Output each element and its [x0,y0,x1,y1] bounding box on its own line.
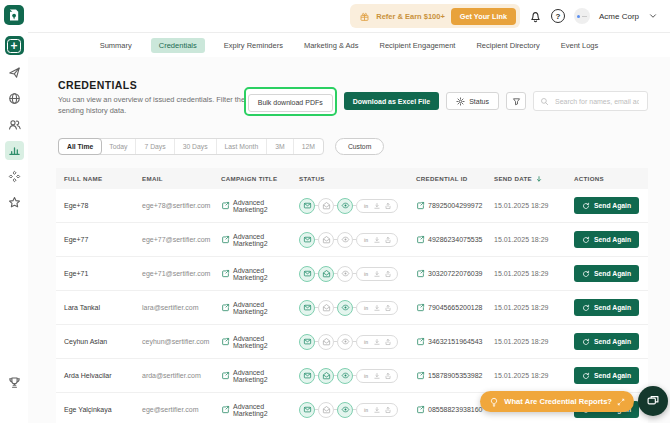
download-icon[interactable] [373,202,381,210]
time-filter-all-time[interactable]: All Time [58,138,102,155]
status-sent-icon[interactable] [299,300,315,316]
send-icon[interactable] [5,63,24,82]
credential-id-text[interactable]: 08558823938160 [428,406,483,413]
col-send-date[interactable]: SEND DATE [494,175,574,183]
share-icon[interactable] [384,270,392,278]
linkedin-icon[interactable] [362,372,370,380]
external-link-icon[interactable] [221,201,230,210]
status-sent-icon[interactable] [299,266,315,282]
external-link-icon[interactable] [221,405,230,414]
status-opened-icon[interactable] [318,232,334,248]
status-opened-icon[interactable] [318,402,334,418]
external-link-icon[interactable] [416,235,425,244]
status-sent-icon[interactable] [299,198,315,214]
download-icon[interactable] [373,338,381,346]
download-icon[interactable] [373,236,381,244]
status-viewed-icon[interactable] [337,266,353,282]
status-sent-icon[interactable] [299,402,315,418]
share-icon[interactable] [384,372,392,380]
status-viewed-icon[interactable] [337,300,353,316]
external-link-icon[interactable] [221,337,230,346]
linkedin-icon[interactable] [362,270,370,278]
download-icon[interactable] [373,270,381,278]
time-filter-7-days[interactable]: 7 Days [136,139,174,154]
assistant-prompt-pill[interactable]: What Are Credential Reports? [480,391,634,412]
status-opened-icon[interactable] [318,300,334,316]
campaign-title-text[interactable]: Advanced Marketing2 [233,233,299,247]
time-filter-12m[interactable]: 12M [294,139,323,154]
custom-range-button[interactable]: Custom [335,138,384,155]
col-credential-id[interactable]: CREDENTIAL ID [416,175,494,182]
sertifier-logo-icon[interactable] [4,5,24,25]
external-link-icon[interactable] [416,303,425,312]
download-excel-button[interactable]: Download as Excel File [344,92,439,110]
linkedin-icon[interactable] [362,202,370,210]
filter-funnel-button[interactable] [506,92,526,110]
status-opened-icon[interactable] [318,368,334,384]
external-link-icon[interactable] [416,371,425,380]
analytics-icon[interactable] [5,141,24,160]
time-filter-30-days[interactable]: 30 Days [175,139,217,154]
share-icon[interactable] [384,338,392,346]
external-link-icon[interactable] [416,405,425,414]
tab-expiry-reminders[interactable]: Expiry Reminders [222,38,285,53]
external-link-icon[interactable] [221,303,230,312]
campaign-title-text[interactable]: Advanced Marketing2 [233,335,299,349]
credential-id-text[interactable]: 34632151964543 [428,338,483,345]
search-input[interactable] [553,97,641,106]
send-again-button[interactable]: Send Again [574,299,639,316]
external-link-icon[interactable] [221,371,230,380]
send-again-button[interactable]: Send Again [574,333,639,350]
sort-desc-icon[interactable] [535,175,543,183]
status-viewed-icon[interactable] [337,368,353,384]
status-viewed-icon[interactable] [337,334,353,350]
linkedin-icon[interactable] [362,406,370,414]
help-icon[interactable]: ? [551,9,565,23]
integrations-icon[interactable] [5,167,24,186]
time-filter-3m[interactable]: 3M [267,139,293,154]
status-viewed-icon[interactable] [337,198,353,214]
tab-credentials[interactable]: Credentials [151,38,205,53]
linkedin-icon[interactable] [362,338,370,346]
tab-summary[interactable]: Summary [98,38,134,53]
col-email[interactable]: EMAIL [142,175,221,182]
campaign-title-text[interactable]: Advanced Marketing2 [233,267,299,281]
campaign-title-text[interactable]: Advanced Marketing2 [233,199,299,213]
credential-id-text[interactable]: 15878905353982 [428,372,483,379]
credential-id-text[interactable]: 78925004299972 [428,202,483,209]
linkedin-icon[interactable] [362,304,370,312]
campaign-title-text[interactable]: Advanced Marketing2 [233,369,299,383]
external-link-icon[interactable] [416,337,425,346]
send-again-button[interactable]: Send Again [574,265,639,282]
status-opened-icon[interactable] [318,266,334,282]
time-filter-last-month[interactable]: Last Month [217,139,268,154]
expand-icon[interactable] [617,398,625,406]
get-your-link-button[interactable]: Get Your Link [451,8,516,25]
external-link-icon[interactable] [416,269,425,278]
credential-id-text[interactable]: 30320722076039 [428,270,483,277]
notifications-bell-icon[interactable] [529,10,542,23]
send-again-button[interactable]: Send Again [574,231,639,248]
org-avatar[interactable] [574,8,590,24]
external-link-icon[interactable] [416,201,425,210]
send-again-button[interactable]: Send Again [574,367,639,384]
share-icon[interactable] [384,304,392,312]
share-icon[interactable] [384,236,392,244]
status-viewed-icon[interactable] [337,232,353,248]
send-again-button[interactable]: Send Again [574,197,639,214]
status-opened-icon[interactable] [318,334,334,350]
globe-icon[interactable] [5,89,24,108]
campaign-title-text[interactable]: Advanced Marketing2 [233,301,299,315]
tab-event-logs[interactable]: Event Logs [559,38,601,53]
download-icon[interactable] [373,406,381,414]
credential-id-text[interactable]: 49286234075535 [428,236,483,243]
settings-gear-icon[interactable] [5,400,24,419]
time-filter-today[interactable]: Today [101,139,136,154]
status-sent-icon[interactable] [299,368,315,384]
share-icon[interactable] [384,406,392,414]
create-new-button[interactable]: + [5,36,24,55]
tab-marketing-ads[interactable]: Marketing & Ads [302,38,361,53]
favorites-star-icon[interactable] [5,193,24,212]
tab-recipient-directory[interactable]: Recipient Directory [474,38,541,53]
status-sent-icon[interactable] [299,232,315,248]
